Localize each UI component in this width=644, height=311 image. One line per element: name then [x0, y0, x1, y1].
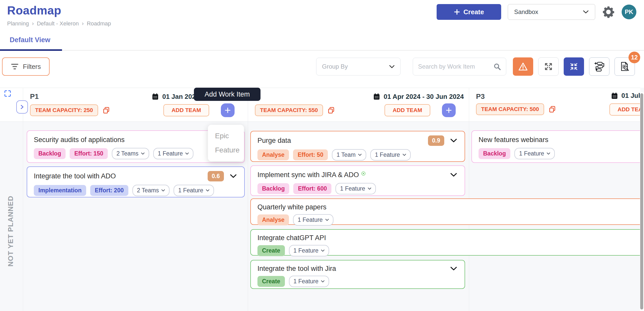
card-title: Purge data	[257, 137, 291, 145]
card-title: Integrate the tool with Jira	[257, 265, 336, 273]
features-dropdown[interactable]: 1 Feature	[289, 245, 329, 256]
collapse-all-button[interactable]	[564, 57, 584, 76]
card-title: New features webinars	[479, 136, 548, 144]
chevron-down-icon	[450, 173, 457, 177]
teams-dropdown[interactable]: 2 Teams	[132, 185, 170, 196]
chevron-down-icon	[321, 280, 325, 283]
avatar[interactable]: PK	[622, 5, 636, 19]
expand-card-button[interactable]	[450, 267, 457, 271]
effort-badge: Effort: 50	[293, 149, 328, 160]
fullscreen-button[interactable]	[4, 90, 11, 97]
filters-button[interactable]: Filters	[2, 57, 50, 76]
effort-badge: Effort: 600	[293, 183, 331, 194]
expand-all-button[interactable]	[538, 57, 559, 76]
scrollbar-thumb[interactable]	[640, 93, 643, 309]
chevron-down-icon	[321, 250, 325, 252]
toolbar-right: Group By 12	[316, 57, 635, 76]
create-button[interactable]: Create	[437, 4, 501, 20]
column-header-p3: P3 01 Jul 2024 TEAM CAPACITY: 500 ADD TE…	[469, 88, 640, 122]
score-badge: 0.9	[428, 135, 444, 146]
filters-label: Filters	[23, 63, 41, 71]
copy-button[interactable]	[548, 105, 556, 113]
copy-icon	[102, 106, 110, 114]
menu-item-epic[interactable]: Epic	[208, 129, 244, 143]
status-badge: Backlog	[34, 148, 66, 159]
features-dropdown[interactable]: 1 Feature	[335, 183, 376, 194]
settings-button[interactable]	[602, 5, 615, 19]
plus-icon	[224, 107, 231, 114]
toolbar: Filters Group By 12	[0, 57, 644, 76]
add-team-button[interactable]: ADD TEAM	[609, 103, 640, 116]
environment-value: Sandbox	[514, 8, 538, 15]
create-button-label: Create	[464, 8, 484, 16]
menu-item-feature[interactable]: Feature	[208, 143, 244, 157]
teams-dropdown[interactable]: 2 Teams	[112, 148, 149, 159]
status-badge: Implementation	[34, 185, 86, 196]
group-by-select[interactable]: Group By	[316, 58, 401, 75]
search-icon	[493, 63, 501, 70]
chevron-down-icon	[450, 267, 457, 271]
environment-select[interactable]: Sandbox	[508, 4, 595, 20]
features-dropdown[interactable]: 1 Feature	[289, 276, 329, 287]
calendar-icon	[611, 92, 618, 100]
card-quarterly-white-papers[interactable]: Quarterly white papers Analyse 1 Feature	[250, 198, 640, 225]
calendar-icon	[373, 93, 380, 100]
board-viewport: NOT YET PLANNED P1 01 Jan 2024 - 31 Mar …	[0, 88, 640, 311]
expand-card-button[interactable]	[450, 139, 457, 143]
chevron-down-icon	[368, 188, 371, 190]
date-range-text: 01 Apr 2024 - 30 Jun 2024	[384, 93, 464, 101]
chevron-down-icon	[141, 152, 145, 155]
chevron-down-icon	[185, 152, 189, 155]
expand-card-button[interactable]	[230, 174, 237, 178]
add-team-button[interactable]: ADD TEAM	[163, 104, 209, 116]
card-integrate-ado[interactable]: Integrate the tool with ADO 0.6 Implemen…	[27, 166, 245, 197]
header-right: Create Sandbox PK	[437, 4, 636, 20]
card-new-features-webinars[interactable]: New features webinars Backlog 1 Feature	[471, 130, 640, 163]
status-badge: Create	[257, 276, 285, 287]
breadcrumb-item[interactable]: Default - Xeleron	[37, 20, 79, 27]
features-dropdown[interactable]: 1 Feature	[370, 149, 410, 161]
chevron-down-icon	[230, 174, 237, 178]
tab-default-view[interactable]: Default View	[10, 36, 50, 50]
status-badge: Create	[257, 245, 285, 256]
search-box	[413, 58, 506, 75]
date-range-text: 01 Jul 2024	[621, 92, 640, 100]
effort-badge: Effort: 150	[70, 148, 108, 159]
column-date-range: 01 Apr 2024 - 30 Jun 2024	[373, 93, 464, 101]
column-header-p2: 01 Apr 2024 - 30 Jun 2024 TEAM CAPACITY:…	[248, 88, 469, 122]
warnings-button[interactable]	[513, 57, 533, 76]
teams-dropdown[interactable]: 1 Team	[332, 149, 366, 161]
card-integrate-jira[interactable]: Integrate the tool with Jira Create 1 Fe…	[250, 260, 465, 289]
expand-card-button[interactable]	[450, 173, 457, 177]
breadcrumb-item[interactable]: Planning	[7, 20, 29, 27]
search-input[interactable]	[418, 63, 489, 70]
features-dropdown[interactable]: 1 Feature	[174, 185, 214, 196]
features-dropdown[interactable]: 1 Feature	[293, 214, 333, 226]
page-title: Roadmap	[7, 4, 111, 17]
team-capacity-badge: TEAM CAPACITY: 250	[30, 104, 98, 116]
tab-bar: Default View	[0, 36, 644, 51]
add-work-item-button[interactable]	[221, 103, 235, 117]
filter-icon	[11, 63, 19, 70]
add-team-button[interactable]: ADD TEAM	[385, 104, 430, 116]
workflow-view-button[interactable]	[589, 57, 609, 76]
target-icon	[361, 171, 366, 176]
copy-icon	[327, 106, 335, 114]
fullscreen-icon	[4, 90, 11, 97]
features-dropdown[interactable]: 1 Feature	[514, 148, 555, 159]
features-dropdown[interactable]: 1 Feature	[153, 148, 193, 159]
add-work-item-tooltip: Add Work Item	[194, 88, 260, 101]
copy-button[interactable]	[327, 106, 335, 114]
effort-badge: Effort: 200	[90, 185, 128, 196]
breadcrumb-item[interactable]: Roadmap	[87, 20, 111, 27]
card-implement-sync[interactable]: Implement sync with JIRA & ADO Backlog E…	[250, 165, 465, 196]
card-integrate-chatgpt-api[interactable]: Integrate chatGPT API Create 1 Feature	[250, 229, 640, 256]
review-items-button[interactable]: 12	[615, 57, 635, 76]
copy-button[interactable]	[102, 106, 110, 114]
vertical-scrollbar[interactable]	[640, 92, 644, 311]
add-work-item-button[interactable]	[442, 103, 456, 117]
group-by-placeholder: Group By	[322, 63, 348, 70]
chevron-down-icon	[325, 219, 329, 221]
card-purge-data[interactable]: Purge data 0.9 Analyse Effort: 50 1 Team…	[250, 131, 465, 162]
calendar-icon	[151, 93, 159, 100]
